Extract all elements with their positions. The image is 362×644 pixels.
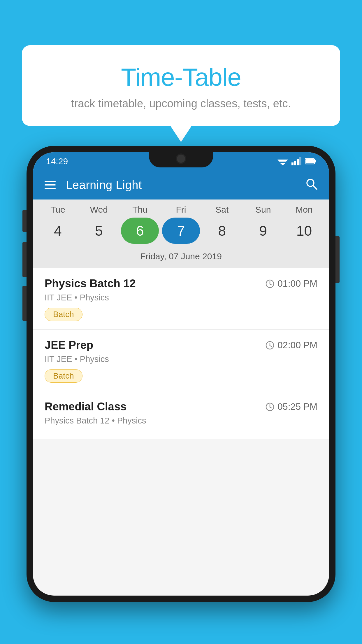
clock-icon-2 — [265, 341, 275, 350]
menu-button[interactable] — [45, 181, 56, 189]
app-bar-title: Learning Light — [66, 178, 295, 192]
calendar-day-6-today[interactable]: 6 — [121, 218, 159, 244]
svg-line-17 — [270, 346, 272, 346]
schedule-item-3-time: 05:25 PM — [265, 401, 317, 412]
day-label-sun: Sun — [244, 205, 282, 215]
schedule-item-2-time-text: 02:00 PM — [277, 340, 317, 351]
hamburger-line-1 — [45, 181, 56, 182]
phone-outer: 14:29 — [27, 146, 335, 602]
calendar-day-8[interactable]: 8 — [203, 218, 241, 244]
calendar-day-4[interactable]: 4 — [39, 218, 77, 244]
power-button[interactable] — [335, 236, 340, 283]
svg-line-20 — [270, 407, 272, 408]
day-label-thu: Thu — [121, 205, 159, 215]
battery-icon — [305, 158, 316, 164]
phone-screen: 14:29 — [33, 152, 329, 596]
status-icons — [277, 157, 316, 165]
day-label-sat: Sat — [203, 205, 241, 215]
schedule-item-2-header: JEE Prep 02:00 PM — [45, 339, 317, 351]
schedule-item-2-subtitle: IIT JEE • Physics — [45, 354, 317, 364]
schedule-item-3-subtitle: Physics Batch 12 • Physics — [45, 416, 317, 426]
clock-icon-3 — [265, 402, 275, 412]
schedule-item-3-title: Remedial Class — [45, 400, 126, 413]
day-numbers-row: 4 5 6 7 8 9 10 — [33, 215, 329, 249]
schedule-item-2-time: 02:00 PM — [265, 340, 317, 351]
speech-bubble: Time-Table track timetable, upcoming cla… — [22, 45, 340, 126]
schedule-item-1-subtitle: IIT JEE • Physics — [45, 293, 317, 302]
calendar-day-10[interactable]: 10 — [285, 218, 323, 244]
svg-marker-2 — [280, 163, 285, 165]
schedule-item-3-header: Remedial Class 05:25 PM — [45, 400, 317, 413]
status-time: 14:29 — [46, 156, 68, 166]
schedule-item-2[interactable]: JEE Prep 02:00 PM IIT JEE • Physics Batc… — [33, 330, 329, 391]
volume-down-button[interactable] — [22, 242, 27, 277]
wifi-icon — [277, 157, 288, 165]
svg-rect-3 — [291, 162, 294, 165]
volume-up-button[interactable] — [22, 210, 27, 232]
app-bar: Learning Light — [33, 170, 329, 200]
schedule-item-1-header: Physics Batch 12 01:00 PM — [45, 277, 317, 290]
day-label-tue: Tue — [39, 205, 77, 215]
search-button[interactable] — [305, 178, 317, 192]
schedule-item-2-badge: Batch — [45, 369, 82, 383]
schedule-item-1[interactable]: Physics Batch 12 01:00 PM IIT JEE • Phys… — [33, 268, 329, 330]
day-label-wed: Wed — [80, 205, 118, 215]
svg-line-14 — [270, 284, 272, 285]
signal-icon — [291, 157, 301, 165]
speech-bubble-container: Time-Table track timetable, upcoming cla… — [22, 45, 340, 126]
schedule-item-1-time: 01:00 PM — [265, 278, 317, 289]
day-labels-row: Tue Wed Thu Fri Sat Sun Mon — [33, 205, 329, 215]
day-label-mon: Mon — [285, 205, 323, 215]
schedule-item-3[interactable]: Remedial Class 05:25 PM Physics Batch 12… — [33, 391, 329, 439]
svg-rect-4 — [294, 161, 296, 165]
schedule-container: Physics Batch 12 01:00 PM IIT JEE • Phys… — [33, 268, 329, 439]
schedule-item-1-title: Physics Batch 12 — [45, 277, 136, 290]
day-label-fri: Fri — [162, 205, 200, 215]
bubble-subtitle: track timetable, upcoming classes, tests… — [36, 97, 326, 110]
svg-rect-5 — [297, 159, 299, 165]
calendar-day-9[interactable]: 9 — [244, 218, 282, 244]
schedule-item-1-badge: Batch — [45, 308, 82, 321]
clock-icon-1 — [265, 279, 275, 288]
svg-rect-8 — [314, 160, 316, 162]
hamburger-line-2 — [45, 184, 56, 186]
side-button-3[interactable] — [22, 286, 27, 321]
selected-date-label: Friday, 07 June 2019 — [33, 249, 329, 268]
svg-rect-9 — [305, 159, 314, 163]
svg-line-11 — [313, 186, 317, 189]
svg-rect-6 — [299, 157, 301, 165]
status-bar: 14:29 — [33, 152, 329, 170]
schedule-item-1-time-text: 01:00 PM — [277, 278, 317, 289]
schedule-item-2-title: JEE Prep — [45, 339, 93, 351]
bubble-title: Time-Table — [36, 63, 326, 92]
hamburger-line-3 — [45, 188, 56, 189]
schedule-item-3-time-text: 05:25 PM — [277, 401, 317, 412]
phone-mockup: 14:29 — [27, 146, 335, 602]
calendar-header: Tue Wed Thu Fri Sat Sun Mon 4 5 6 7 8 9 … — [33, 200, 329, 268]
calendar-day-5[interactable]: 5 — [80, 218, 118, 244]
calendar-day-7-selected[interactable]: 7 — [162, 218, 200, 244]
